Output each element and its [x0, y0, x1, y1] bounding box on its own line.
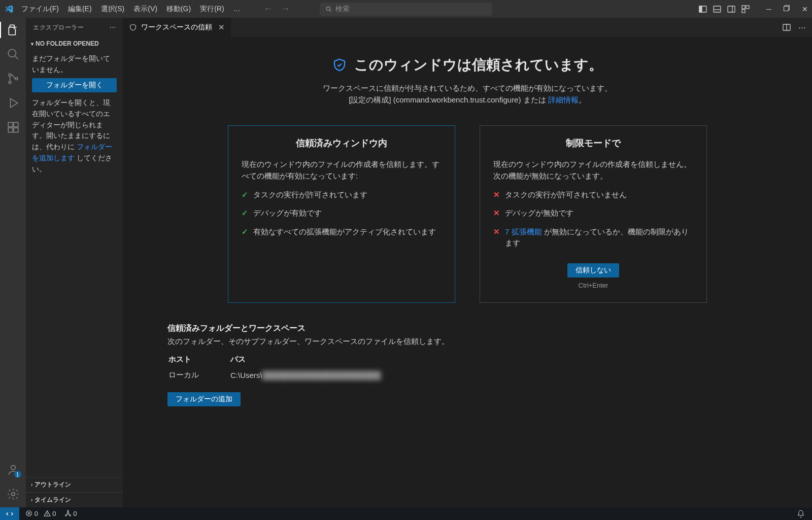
nav-back-icon[interactable]: ← — [264, 4, 273, 14]
activity-explorer-icon[interactable] — [6, 23, 20, 37]
trust-sub2-prefix: [設定の構成] (command:workbench.trust.configu… — [349, 95, 548, 104]
menu-run[interactable]: 実行(R) — [196, 3, 228, 16]
restricted-feature-extensions: ✕ 7 拡張機能 が無効になっているか、機能の制限があります — [493, 226, 693, 249]
shield-icon — [129, 23, 137, 31]
tab-close-icon[interactable]: ✕ — [218, 23, 225, 32]
menu-more[interactable]: … — [229, 3, 245, 16]
cross-icon: ✕ — [493, 226, 500, 238]
vscode-logo-icon — [4, 4, 14, 14]
row-path-visible: C:\Users\ — [230, 371, 262, 379]
col-path: パス — [230, 353, 411, 366]
title-bar: ファイル(F) 編集(E) 選択(S) 表示(V) 移動(G) 実行(R) … … — [0, 0, 812, 18]
svg-point-31 — [47, 515, 47, 515]
svg-line-37 — [66, 514, 67, 515]
row-host: ローカル — [168, 367, 229, 383]
command-center[interactable]: 検索 — [320, 3, 492, 16]
maximize-icon[interactable] — [784, 5, 790, 13]
open-folder-button[interactable]: フォルダーを開く — [32, 78, 117, 92]
shield-trusted-icon — [332, 57, 347, 73]
trusted-folder-row[interactable]: ローカル C:\Users\██████████████████████ — [168, 367, 411, 383]
activity-search-icon[interactable] — [6, 47, 20, 61]
tab-workspace-trust[interactable]: ワークスペースの信頼 ✕ — [123, 18, 231, 37]
minimize-icon[interactable]: ─ — [766, 5, 771, 13]
customize-layout-icon[interactable] — [741, 5, 750, 14]
ext-count: 7 — [505, 227, 509, 236]
section-no-folder-label: NO FOLDER OPENED — [36, 40, 99, 47]
menu-go[interactable]: 移動(G) — [162, 3, 195, 16]
trust-heading: このウィンドウは信頼されています。 — [354, 55, 603, 75]
nav-arrows: ← → — [264, 4, 290, 14]
activity-scm-icon[interactable] — [6, 72, 20, 86]
search-placeholder: 検索 — [335, 5, 350, 14]
cross-icon: ✕ — [493, 189, 500, 201]
svg-rect-12 — [784, 6, 789, 11]
svg-line-38 — [69, 514, 70, 515]
trusted-folders-section: 信頼済みフォルダーとワークスペース 次のフォルダー、そのサブフォルダー、ワークス… — [167, 323, 604, 406]
svg-point-0 — [326, 7, 330, 10]
restricted-card-title: 制限モードで — [493, 137, 693, 149]
svg-rect-6 — [728, 6, 735, 12]
menu-view[interactable]: 表示(V) — [129, 3, 161, 16]
section-outline[interactable]: › アウトライン — [26, 477, 123, 492]
trusted-card-title: 信頼済みウィンドウ内 — [242, 137, 442, 149]
ext-link-label: 拡張機能 — [512, 227, 542, 236]
layout-controls — [698, 5, 750, 14]
activity-bar: 1 — [0, 18, 26, 507]
svg-point-35 — [67, 510, 68, 511]
trust-sub2-suffix: 。 — [579, 95, 586, 104]
svg-line-1 — [330, 10, 331, 11]
activity-settings-icon[interactable] — [6, 487, 20, 501]
menu-file[interactable]: ファイル(F) — [17, 3, 63, 16]
status-notifications-icon[interactable] — [797, 510, 805, 518]
split-editor-icon[interactable] — [782, 23, 791, 32]
dont-trust-button[interactable]: 信頼しない — [567, 263, 619, 278]
trusted-feature: ✓有効なすべての拡張機能がアクティブ化されています — [242, 226, 442, 238]
svg-rect-8 — [742, 6, 745, 9]
activity-extensions-icon[interactable] — [6, 120, 20, 134]
toggle-panel-icon[interactable] — [713, 5, 722, 14]
tab-bar: ワークスペースの信頼 ✕ ⋯ — [123, 18, 812, 37]
menu-edit[interactable]: 編集(E) — [64, 3, 96, 16]
trusted-feature-label: タスクの実行が許可されています — [253, 189, 367, 201]
editor-area: ワークスペースの信頼 ✕ ⋯ このウィンドウは信頼されています。 ワークスペース… — [123, 18, 812, 507]
close-icon[interactable]: ✕ — [802, 5, 808, 13]
tab-label: ワークスペースの信頼 — [141, 23, 212, 32]
svg-point-16 — [9, 81, 11, 84]
nav-forward-icon[interactable]: → — [281, 4, 290, 14]
disabled-extensions-link[interactable]: 7 拡張機能 — [505, 227, 542, 236]
section-timeline[interactable]: › タイムライン — [26, 492, 123, 507]
trust-subtext-1: ワークスペースに信頼が付与されているため、すべての機能が有効になっています。 — [323, 84, 612, 93]
activity-debug-icon[interactable] — [6, 96, 20, 110]
svg-marker-18 — [10, 98, 17, 107]
restricted-card: 制限モードで 現在のウィンドウ内のファイルの作成者を信頼しません。次の機能が無効… — [480, 125, 707, 303]
section-no-folder[interactable]: ▾ NO FOLDER OPENED — [26, 37, 123, 50]
svg-rect-4 — [714, 6, 721, 12]
trusted-card: 信頼済みウィンドウ内 現在のウィンドウ内のファイルの作成者を信頼します。すべての… — [228, 125, 455, 303]
toggle-primary-sidebar-icon[interactable] — [698, 5, 707, 14]
toggle-secondary-sidebar-icon[interactable] — [727, 5, 736, 14]
remote-indicator[interactable] — [0, 507, 19, 520]
check-icon: ✓ — [242, 226, 248, 238]
chevron-right-icon: › — [31, 482, 32, 488]
menu-bar: ファイル(F) 編集(E) 選択(S) 表示(V) 移動(G) 実行(R) … — [17, 3, 245, 16]
status-errors-count: 0 — [35, 510, 38, 517]
sidebar-explorer: エクスプローラー ⋯ ▾ NO FOLDER OPENED まだフォルダーを開い… — [26, 18, 123, 507]
svg-line-14 — [15, 56, 18, 59]
tab-more-icon[interactable]: ⋯ — [798, 23, 806, 32]
svg-rect-22 — [14, 122, 18, 127]
trusted-feature-label: デバッグが有効です — [253, 207, 322, 219]
svg-rect-3 — [699, 6, 702, 12]
trusted-feature-label: 有効なすべての拡張機能がアクティブ化されています — [253, 226, 436, 238]
sidebar-more-icon[interactable]: ⋯ — [110, 24, 116, 31]
status-problems[interactable]: 0 0 — [25, 510, 56, 517]
status-ports[interactable]: 0 — [64, 510, 77, 517]
trust-more-info-link[interactable]: 詳細情報 — [548, 95, 579, 104]
no-folder-message: まだフォルダーを開いていません。 — [32, 53, 117, 75]
menu-select[interactable]: 選択(S) — [97, 3, 129, 16]
row-path: C:\Users\██████████████████████ — [230, 367, 411, 383]
svg-rect-19 — [8, 122, 13, 127]
activity-accounts-icon[interactable]: 1 — [6, 463, 20, 477]
add-trusted-folder-button[interactable]: フォルダーの追加 — [167, 392, 241, 406]
trust-header: このウィンドウは信頼されています。 ワークスペースに信頼が付与されているため、す… — [323, 55, 612, 105]
svg-point-15 — [9, 74, 11, 76]
